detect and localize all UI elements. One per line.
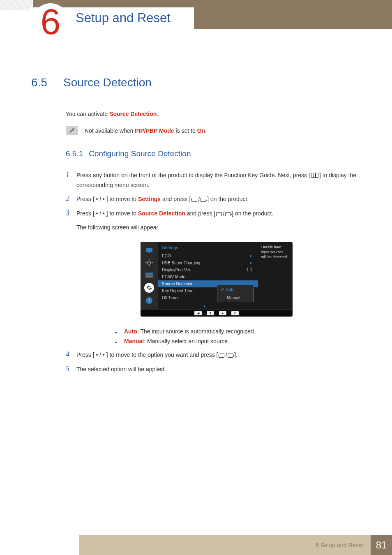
step-2: 2 Press [ • / • ] to move to Settings an… [66,194,367,205]
nav-enter-icon: ↵ [231,311,239,315]
check-icon: ✔ [221,287,224,292]
section-heading: 6.5Source Detection [31,76,367,89]
nav-up-icon: ▲ [219,311,226,315]
osd-row-usb: USB Super Charging▸ [158,259,258,266]
osd-row-eco: ECO▸ [158,252,258,259]
step-4: 4 Press [ • / • ] to move to the option … [66,350,367,361]
chapter-badge: 6 [32,3,69,40]
term-source-detection: Source Detection [109,111,157,117]
svg-rect-8 [145,275,153,278]
intro-paragraph: You can activate Source Detection. [66,110,367,118]
monitor-icon [145,246,154,255]
section-title: Source Detection [63,76,152,89]
osd-screenshot: i Settings ECO▸ USB Super Charging▸ Disp… [141,242,293,317]
bullet-auto: Auto: The input source is automatically … [115,328,367,335]
note-icon [66,126,78,135]
layout-icon [145,271,154,280]
osd-help-text: Decide how input sources will be detecte… [258,242,293,309]
menu-icon [311,173,318,178]
svg-rect-0 [146,248,152,252]
footer-page-number: 81 [371,535,392,555]
svg-point-2 [148,261,151,264]
source-enter-icon: / [191,195,206,205]
nav-left-icon: ◀ [194,311,202,315]
page-footer: 6 Setup and Reset 81 [0,535,392,555]
osd-popup-manual: Manual [217,294,254,302]
subsection-heading: 6.5.1Configuring Source Detection [66,149,367,158]
osd-sidebar: i [141,242,158,309]
step-5: 5 The selected option will be applied. [66,365,367,375]
bullet-list: Auto: The input source is automatically … [115,328,367,345]
nav-down-icon: ▼ [207,311,214,315]
step-1: 1 Press any button on the front of the p… [66,171,367,190]
note-text: Not available when PIP/PBP Mode is set t… [85,126,207,135]
osd-popup-auto: ✔Auto [217,285,254,294]
footer-chapter: 6 Setup and Reset [316,542,363,548]
scroll-down-icon: ▼ [203,305,206,308]
osd-popup: ✔Auto Manual [217,285,254,302]
chapter-number: 6 [41,4,61,40]
osd-nav-bar: ◀ ▼ ▲ ↵ [141,309,293,317]
chapter-title: Setup and Reset [76,11,171,25]
section-number: 6.5 [31,76,63,89]
subsection-number: 6.5.1 [66,149,83,158]
svg-rect-7 [145,273,153,275]
subsection-title: Configuring Source Detection [89,149,191,158]
step-3: 3 Press [ • / • ] to move to Source Dete… [66,209,367,219]
osd-main-panel: Settings ECO▸ USB Super Charging▸ Displa… [158,242,258,309]
osd-row-dp: DisplayPort Ver.1.1 [158,266,258,273]
step-3-sub: The following screen will appear. [76,223,367,233]
source-enter-icon: / [219,351,233,361]
page-header: 6 Setup and Reset [0,0,392,37]
gear-icon [144,283,154,293]
source-enter-icon: / [216,209,231,219]
step-list: 1 Press any button on the front of the p… [66,171,367,375]
brightness-icon [145,258,154,267]
svg-text:i: i [148,298,150,303]
content: 6.5Source Detection You can activate Sou… [31,76,367,379]
note: Not available when PIP/PBP Mode is set t… [66,126,367,135]
svg-rect-1 [148,252,150,253]
bullet-manual: Manual: Manually select an input source. [115,338,367,345]
header-decoration [0,0,32,10]
osd-row-pcav: PC/AV Mode [158,273,258,280]
info-icon: i [145,296,154,305]
osd-title: Settings [158,245,258,252]
